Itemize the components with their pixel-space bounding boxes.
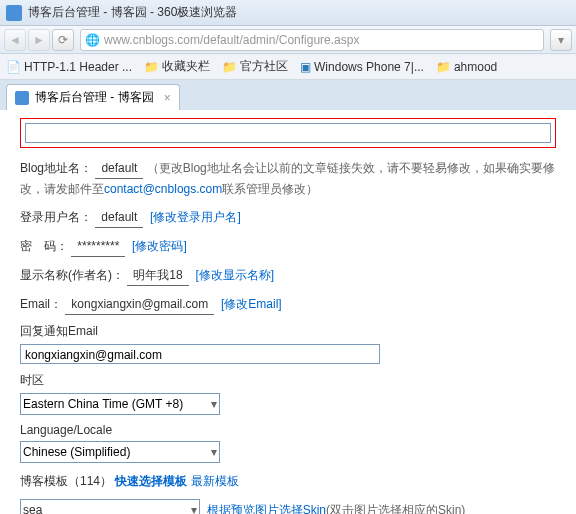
- language-select[interactable]: Chinese (Simplified)▾: [20, 441, 220, 463]
- skin-preview-link[interactable]: 根据预览图片选择Skin: [207, 503, 326, 514]
- page-content: Blog地址名： default （更改Blog地址名会让以前的文章链接失效，请…: [0, 110, 576, 514]
- email-value: kongxiangxin@gmail.com: [65, 294, 214, 315]
- browser-tab[interactable]: 博客后台管理 - 博客园 ×: [6, 84, 180, 110]
- bookmark-item[interactable]: 📁收藏夹栏: [144, 58, 210, 75]
- browser-navbar: ◄ ► ⟳ 🌐 www.cnblogs.com/default/admin/Co…: [0, 26, 576, 54]
- blog-addr-value: default: [95, 158, 143, 179]
- chevron-down-icon: ▾: [211, 445, 217, 459]
- change-password-link[interactable]: [修改密码]: [132, 239, 187, 253]
- favicon-icon: [15, 91, 29, 105]
- timezone-label: 时区: [20, 372, 556, 389]
- display-name-row: 显示名称(作者名)： 明年我18 [修改显示名称]: [20, 265, 556, 286]
- reload-button[interactable]: ⟳: [52, 29, 74, 51]
- address-bar[interactable]: 🌐 www.cnblogs.com/default/admin/Configur…: [80, 29, 544, 51]
- email-row: Email： kongxiangxin@gmail.com [修改Email]: [20, 294, 556, 315]
- url-text: www.cnblogs.com/default/admin/Configure.…: [104, 33, 539, 47]
- page-icon: ▣: [300, 60, 311, 74]
- display-name-value: 明年我18: [127, 265, 188, 286]
- latest-skin-link[interactable]: 最新模板: [191, 474, 239, 488]
- reply-email-input[interactable]: kongxiangxin@gmail.com: [20, 344, 380, 364]
- bookmarks-bar: 📄HTTP-1.1 Header ... 📁收藏夹栏 📁官方社区 ▣Window…: [0, 54, 576, 80]
- forward-button[interactable]: ►: [28, 29, 50, 51]
- title-input[interactable]: [25, 123, 551, 143]
- back-button[interactable]: ◄: [4, 29, 26, 51]
- app-icon: [6, 5, 22, 21]
- contact-link[interactable]: contact@cnblogs.com: [104, 182, 222, 196]
- folder-icon: 📁: [436, 60, 451, 74]
- login-row: 登录用户名： default [修改登录用户名]: [20, 207, 556, 228]
- language-label: Language/Locale: [20, 423, 556, 437]
- bookmark-item[interactable]: 📁ahmood: [436, 60, 497, 74]
- password-value: *********: [71, 236, 125, 257]
- timezone-select[interactable]: Eastern China Time (GMT +8)▾: [20, 393, 220, 415]
- tab-title: 博客后台管理 - 博客园: [35, 89, 154, 106]
- password-row: 密 码： ********* [修改密码]: [20, 236, 556, 257]
- highlight-box: [20, 118, 556, 148]
- close-icon[interactable]: ×: [164, 91, 171, 105]
- globe-icon: 🌐: [85, 33, 100, 47]
- change-login-link[interactable]: [修改登录用户名]: [150, 210, 241, 224]
- page-icon: 📄: [6, 60, 21, 74]
- change-email-link[interactable]: [修改Email]: [221, 297, 282, 311]
- folder-icon: 📁: [222, 60, 237, 74]
- window-title: 博客后台管理 - 博客园 - 360极速浏览器: [28, 4, 237, 21]
- menu-button[interactable]: ▾: [550, 29, 572, 51]
- chevron-down-icon: ▾: [211, 397, 217, 411]
- login-value: default: [95, 207, 143, 228]
- tab-bar: 博客后台管理 - 博客园 ×: [0, 80, 576, 110]
- bookmark-item[interactable]: 📄HTTP-1.1 Header ...: [6, 60, 132, 74]
- skin-select-row: sea▾ 根据预览图片选择Skin(双击图片选择相应的Skin): [20, 499, 556, 514]
- bookmark-item[interactable]: 📁官方社区: [222, 58, 288, 75]
- chevron-down-icon: ▾: [191, 500, 197, 514]
- quick-skin-link[interactable]: 快速选择模板: [115, 474, 187, 488]
- blog-addr-row: Blog地址名： default （更改Blog地址名会让以前的文章链接失效，请…: [20, 158, 556, 199]
- change-display-link[interactable]: [修改显示名称]: [195, 268, 274, 282]
- window-titlebar: 博客后台管理 - 博客园 - 360极速浏览器: [0, 0, 576, 26]
- folder-icon: 📁: [144, 60, 159, 74]
- skin-row: 博客模板（114） 快速选择模板 最新模板: [20, 471, 556, 491]
- skin-select[interactable]: sea▾: [20, 499, 200, 514]
- bookmark-item[interactable]: ▣Windows Phone 7|...: [300, 60, 424, 74]
- reply-email-label: 回复通知Email: [20, 323, 556, 340]
